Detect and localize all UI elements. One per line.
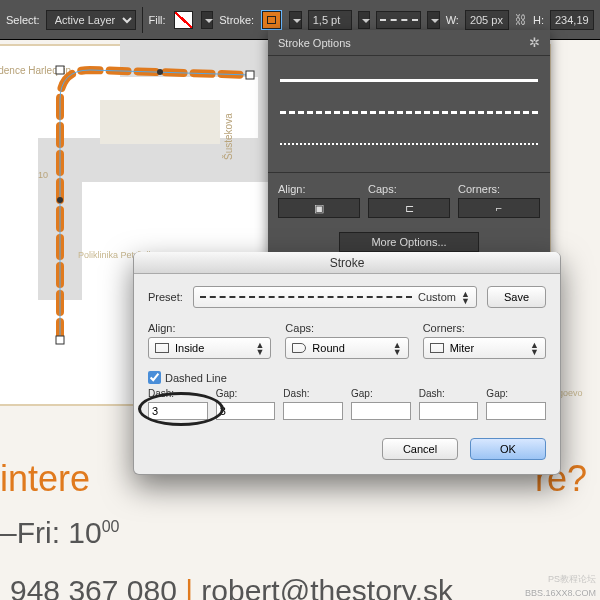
select-dropdown[interactable]: Active Layers	[46, 10, 136, 30]
svg-point-13	[57, 197, 63, 203]
stroke-dropdown[interactable]	[289, 11, 301, 29]
more-options-button[interactable]: More Options...	[339, 232, 479, 252]
stroke-label: Stroke:	[219, 14, 254, 26]
dash-input-1[interactable]	[148, 402, 208, 420]
stroke-weight-dropdown[interactable]	[358, 11, 370, 29]
fill-dropdown[interactable]	[201, 11, 213, 29]
stroke-options-title: Stroke Options	[278, 37, 351, 49]
svg-text:Šustekova: Šustekova	[222, 113, 234, 160]
dash-input-3[interactable]	[419, 402, 479, 420]
svg-rect-2	[100, 100, 220, 144]
headline-fragment: u interere?	[0, 458, 90, 500]
height-input[interactable]	[550, 10, 594, 30]
align-dropdown[interactable]: Inside▲▼	[148, 337, 271, 359]
dialog-caps-label: Caps:	[285, 322, 408, 334]
stroke-options-panel: Stroke Options ✲ Align:▣ Caps:⊏ Corners:…	[268, 30, 550, 264]
gap-input-3[interactable]	[486, 402, 546, 420]
corners-dropdown[interactable]: Miter▲▼	[423, 337, 546, 359]
align-picker[interactable]: ▣	[278, 198, 360, 218]
width-label: W:	[446, 14, 459, 26]
gap-input-1[interactable]	[216, 402, 276, 420]
cancel-button[interactable]: Cancel	[382, 438, 458, 460]
fill-swatch[interactable]	[174, 11, 193, 29]
stroke-preset-dashed[interactable]	[280, 96, 538, 128]
corners-picker[interactable]: ⌐	[458, 198, 540, 218]
svg-rect-10	[56, 336, 64, 344]
dialog-corners-label: Corners:	[423, 322, 546, 334]
dash-gap-fields: Dash: Gap: Dash: Gap: Dash: Gap:	[148, 388, 546, 420]
select-label: Select:	[6, 14, 40, 26]
caps-dropdown[interactable]: Round▲▼	[285, 337, 408, 359]
svg-rect-12	[246, 71, 254, 79]
save-button[interactable]: Save	[487, 286, 546, 308]
stroke-style-picker[interactable]	[376, 11, 421, 29]
dialog-title: Stroke	[134, 252, 560, 274]
contact-text: 948 367 080 | robert@thestory.sk	[10, 574, 453, 600]
preset-label: Preset:	[148, 291, 183, 303]
stroke-dialog: Stroke Preset: Custom▲▼ Save Align: Insi…	[133, 252, 561, 475]
dash-input-2[interactable]	[283, 402, 343, 420]
gear-icon[interactable]: ✲	[529, 35, 540, 50]
stroke-style-dropdown[interactable]	[427, 11, 439, 29]
height-label: H:	[533, 14, 544, 26]
dashed-line-label: Dashed Line	[165, 372, 227, 384]
watermark-1: BBS.16XX8.COM	[525, 588, 596, 598]
fill-label: Fill:	[149, 14, 166, 26]
svg-point-14	[157, 69, 163, 75]
align-label: Align:	[278, 183, 360, 195]
watermark-2: PS教程论坛	[548, 573, 596, 586]
stroke-preset-dotted[interactable]	[280, 128, 538, 160]
caps-label: Caps:	[368, 183, 450, 195]
ok-button[interactable]: OK	[470, 438, 546, 460]
width-input[interactable]	[465, 10, 509, 30]
gap-input-2[interactable]	[351, 402, 411, 420]
svg-text:10: 10	[38, 170, 48, 180]
preset-dropdown[interactable]: Custom▲▼	[193, 286, 477, 308]
dialog-align-label: Align:	[148, 322, 271, 334]
dashed-line-checkbox[interactable]	[148, 371, 161, 384]
caps-picker[interactable]: ⊏	[368, 198, 450, 218]
stroke-preset-solid[interactable]	[280, 64, 538, 96]
corners-label: Corners:	[458, 183, 540, 195]
svg-rect-11	[56, 66, 64, 74]
link-icon[interactable]: ⛓	[515, 13, 527, 27]
stroke-weight-input[interactable]	[308, 10, 352, 30]
stroke-swatch[interactable]	[262, 11, 281, 29]
hours-text: –Fri: 1000	[0, 516, 120, 550]
